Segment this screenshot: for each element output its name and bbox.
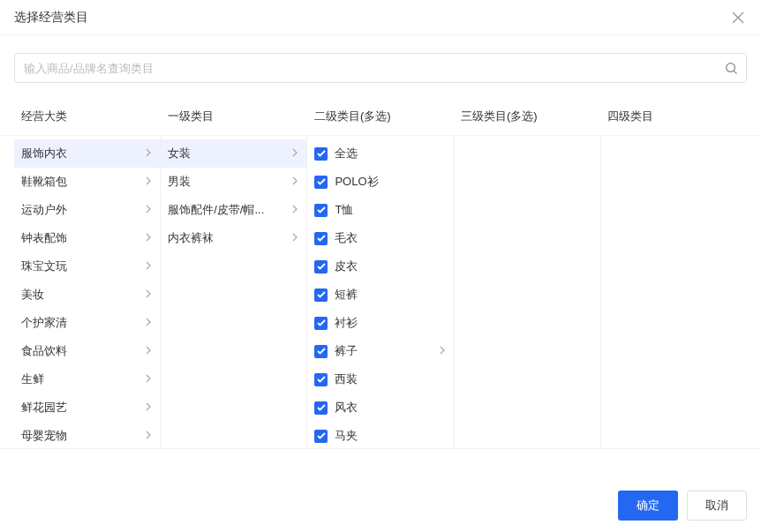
checkbox-checked-icon[interactable]	[314, 373, 328, 386]
chevron-right-icon	[146, 147, 151, 160]
category-item[interactable]: 风衣	[307, 393, 453, 422]
dialog-header: 选择经营类目	[0, 0, 761, 35]
search-input[interactable]	[15, 62, 716, 75]
category-item-label: POLO衫	[335, 174, 444, 190]
chevron-right-icon	[146, 204, 151, 216]
search-box	[14, 53, 747, 83]
category-item[interactable]: 鲜花园艺	[14, 393, 160, 422]
category-item[interactable]: 内衣裤袜	[161, 224, 306, 252]
category-item[interactable]: 母婴宠物	[14, 422, 160, 448]
category-item[interactable]: 裤子	[307, 337, 453, 365]
category-item[interactable]: 食品饮料	[14, 337, 160, 365]
category-item[interactable]: 女装	[161, 139, 306, 168]
category-item[interactable]: 毛衣	[307, 224, 453, 252]
category-item-label: 美妆	[21, 287, 142, 303]
column-level-2: 全选POLO衫T恤毛衣皮衣短裤衬衫裤子西装风衣马夹	[307, 136, 454, 448]
category-item[interactable]: 服饰配件/皮带/帽...	[161, 196, 306, 224]
col-header-4: 三级类目(多选)	[454, 109, 600, 124]
svg-line-1	[734, 71, 736, 73]
dialog-footer: 确定 取消	[0, 479, 761, 532]
checkbox-checked-icon[interactable]	[314, 232, 328, 245]
category-item[interactable]: 全选	[307, 139, 453, 168]
category-item[interactable]: 短裤	[307, 281, 453, 309]
category-item-label: 毛衣	[335, 230, 444, 246]
checkbox-checked-icon[interactable]	[314, 204, 328, 217]
category-item-label: 内衣裤袜	[168, 230, 289, 246]
chevron-right-icon	[146, 373, 151, 386]
checkbox-checked-icon[interactable]	[314, 430, 328, 443]
category-item-label: 全选	[335, 146, 444, 161]
category-item[interactable]: 珠宝文玩	[14, 252, 160, 281]
chevron-right-icon	[292, 176, 298, 188]
column-level-4	[601, 136, 747, 448]
category-item-label: T恤	[335, 202, 444, 218]
category-item[interactable]: POLO衫	[307, 168, 453, 196]
category-item[interactable]: 衬衫	[307, 309, 453, 337]
chevron-right-icon	[146, 345, 151, 357]
search-icon[interactable]	[716, 62, 746, 75]
checkbox-checked-icon[interactable]	[314, 317, 328, 330]
chevron-right-icon	[440, 345, 445, 357]
checkbox-checked-icon[interactable]	[314, 147, 328, 161]
category-item-label: 裤子	[335, 343, 435, 359]
category-item[interactable]: 西装	[307, 365, 453, 393]
category-item-label: 运动户外	[21, 202, 142, 218]
col-header-1: 经营大类	[14, 109, 161, 124]
category-item[interactable]: 美妆	[14, 281, 160, 309]
category-item-label: 西装	[335, 371, 444, 387]
category-item-label: 鲜花园艺	[21, 400, 142, 416]
category-item[interactable]: 皮衣	[307, 252, 453, 281]
chevron-right-icon	[146, 288, 151, 301]
category-item-label: 服饰内衣	[21, 146, 142, 161]
category-item[interactable]: 马夹	[307, 422, 453, 448]
svg-point-0	[726, 63, 735, 71]
category-item-label: 马夹	[335, 428, 444, 444]
checkbox-checked-icon[interactable]	[314, 260, 328, 273]
column-main-category: 服饰内衣鞋靴箱包运动户外钟表配饰珠宝文玩美妆个护家清食品饮料生鲜鲜花园艺母婴宠物	[14, 136, 161, 448]
category-item-label: 珠宝文玩	[21, 259, 142, 274]
chevron-right-icon	[146, 232, 151, 244]
chevron-right-icon	[292, 147, 298, 160]
checkbox-checked-icon[interactable]	[314, 401, 328, 415]
category-item-label: 皮衣	[335, 259, 444, 274]
col-header-3: 二级类目(多选)	[307, 109, 454, 124]
col-header-2: 一级类目	[161, 109, 307, 124]
confirm-button[interactable]: 确定	[618, 491, 678, 521]
category-item[interactable]: 鞋靴箱包	[14, 168, 160, 196]
col-header-5: 四级类目	[600, 109, 747, 124]
category-item-label: 男装	[168, 174, 289, 190]
chevron-right-icon	[146, 401, 151, 414]
search-section	[0, 35, 761, 97]
columns-body: 服饰内衣鞋靴箱包运动户外钟表配饰珠宝文玩美妆个护家清食品饮料生鲜鲜花园艺母婴宠物…	[0, 136, 761, 449]
category-item-label: 生鲜	[21, 371, 142, 387]
columns-header: 经营大类 一级类目 二级类目(多选) 三级类目(多选) 四级类目	[0, 97, 761, 136]
category-item[interactable]: 钟表配饰	[14, 224, 160, 252]
category-item-label: 风衣	[335, 400, 444, 416]
category-item-label: 食品饮料	[21, 343, 142, 359]
dialog-title: 选择经营类目	[14, 10, 88, 26]
chevron-right-icon	[146, 176, 151, 188]
column-level-3	[455, 136, 601, 448]
chevron-right-icon	[146, 260, 151, 273]
category-item[interactable]: 男装	[161, 168, 306, 196]
checkbox-checked-icon[interactable]	[314, 176, 328, 189]
chevron-right-icon	[292, 232, 298, 244]
checkbox-checked-icon[interactable]	[314, 288, 328, 302]
category-item-label: 服饰配件/皮带/帽...	[168, 202, 289, 218]
category-item-label: 短裤	[335, 287, 444, 303]
column-level-1: 女装男装服饰配件/皮带/帽...内衣裤袜	[161, 136, 307, 448]
category-item-label: 鞋靴箱包	[21, 174, 142, 190]
category-item[interactable]: 运动户外	[14, 196, 160, 224]
category-item[interactable]: T恤	[307, 196, 453, 224]
category-item[interactable]: 个护家清	[14, 309, 160, 337]
chevron-right-icon	[146, 430, 151, 442]
category-item-label: 钟表配饰	[21, 230, 142, 246]
close-icon[interactable]	[729, 9, 747, 26]
cancel-button[interactable]: 取消	[687, 491, 747, 521]
checkbox-checked-icon[interactable]	[314, 345, 328, 358]
category-item-label: 个护家清	[21, 315, 142, 331]
category-item[interactable]: 服饰内衣	[14, 139, 160, 168]
chevron-right-icon	[146, 317, 151, 329]
category-item[interactable]: 生鲜	[14, 365, 160, 393]
category-item-label: 衬衫	[335, 315, 444, 331]
